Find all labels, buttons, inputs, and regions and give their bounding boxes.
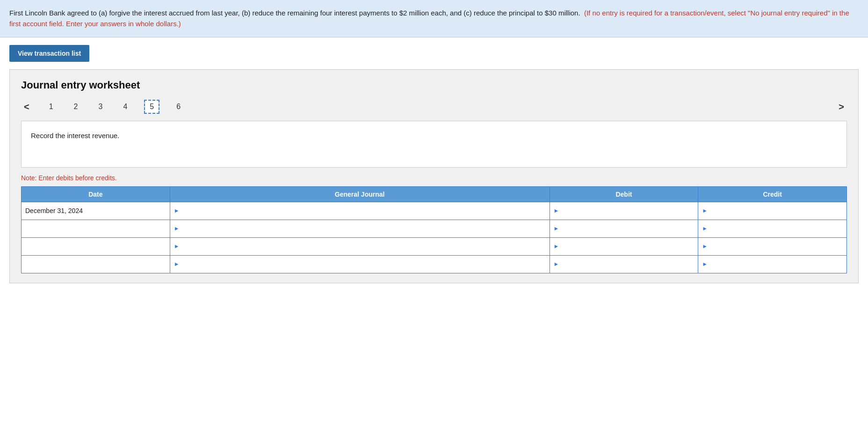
triangle-icon-1: ► bbox=[174, 207, 180, 214]
journal-cell-2[interactable]: ► bbox=[170, 220, 550, 237]
journal-cell-4[interactable]: ► bbox=[170, 255, 550, 273]
col-header-credit: Credit bbox=[698, 186, 847, 202]
tab-2[interactable]: 2 bbox=[70, 101, 82, 113]
date-cell-2 bbox=[22, 220, 170, 237]
debit-cell-4[interactable]: ► bbox=[550, 255, 698, 273]
credit-cell-1[interactable]: ► bbox=[698, 202, 847, 220]
col-header-journal: General Journal bbox=[170, 186, 550, 202]
credit-cell-3[interactable]: ► bbox=[698, 237, 847, 255]
tab-navigation: < 1 2 3 4 5 6 > bbox=[21, 100, 847, 114]
debit-input-2[interactable] bbox=[561, 225, 694, 232]
instruction-main-text: First Lincoln Bank agreed to (a) forgive… bbox=[9, 9, 580, 17]
col-header-date: Date bbox=[22, 186, 170, 202]
journal-entry-worksheet: Journal entry worksheet < 1 2 3 4 5 6 > … bbox=[9, 69, 859, 283]
credit-input-2[interactable] bbox=[709, 225, 843, 232]
triangle-icon-2: ► bbox=[174, 225, 180, 232]
worksheet-title: Journal entry worksheet bbox=[21, 79, 847, 91]
date-cell-3 bbox=[22, 237, 170, 255]
instruction-card-text: Record the interest revenue. bbox=[31, 132, 119, 140]
debit-input-4[interactable] bbox=[561, 260, 694, 268]
tab-4[interactable]: 4 bbox=[119, 101, 131, 113]
triangle-icon-d1: ► bbox=[554, 207, 559, 214]
journal-input-2[interactable] bbox=[181, 225, 546, 232]
instruction-box: First Lincoln Bank agreed to (a) forgive… bbox=[0, 0, 868, 37]
col-header-debit: Debit bbox=[550, 186, 698, 202]
table-row: ► ► ► bbox=[22, 255, 847, 273]
triangle-icon-c4: ► bbox=[702, 261, 708, 267]
journal-cell-1[interactable]: ► bbox=[170, 202, 550, 220]
view-transaction-list-button[interactable]: View transaction list bbox=[9, 45, 89, 62]
tab-3[interactable]: 3 bbox=[95, 101, 107, 113]
table-row: December 31, 2024 ► ► ► bbox=[22, 202, 847, 220]
journal-input-4[interactable] bbox=[181, 260, 546, 268]
journal-cell-3[interactable]: ► bbox=[170, 237, 550, 255]
triangle-icon-3: ► bbox=[174, 243, 180, 250]
tab-1[interactable]: 1 bbox=[45, 101, 57, 113]
prev-tab-arrow[interactable]: < bbox=[21, 100, 32, 114]
debit-cell-3[interactable]: ► bbox=[550, 237, 698, 255]
triangle-icon-c3: ► bbox=[702, 243, 708, 250]
next-tab-arrow[interactable]: > bbox=[836, 100, 847, 114]
triangle-icon-c1: ► bbox=[702, 207, 708, 214]
credit-cell-2[interactable]: ► bbox=[698, 220, 847, 237]
credit-cell-4[interactable]: ► bbox=[698, 255, 847, 273]
date-cell-4 bbox=[22, 255, 170, 273]
triangle-icon-d2: ► bbox=[554, 225, 559, 232]
credit-input-1[interactable] bbox=[709, 207, 843, 214]
triangle-icon-4: ► bbox=[174, 261, 180, 267]
debit-input-1[interactable] bbox=[561, 207, 694, 214]
tab-6[interactable]: 6 bbox=[173, 101, 184, 113]
triangle-icon-d4: ► bbox=[554, 261, 559, 267]
note-text: Note: Enter debits before credits. bbox=[21, 174, 847, 182]
debit-input-3[interactable] bbox=[561, 243, 694, 250]
journal-input-1[interactable] bbox=[181, 207, 546, 214]
credit-input-4[interactable] bbox=[709, 260, 843, 268]
instruction-card: Record the interest revenue. bbox=[21, 121, 847, 168]
table-row: ► ► ► bbox=[22, 220, 847, 237]
table-row: ► ► ► bbox=[22, 237, 847, 255]
credit-input-3[interactable] bbox=[709, 243, 843, 250]
triangle-icon-d3: ► bbox=[554, 243, 559, 250]
debit-cell-1[interactable]: ► bbox=[550, 202, 698, 220]
date-cell-1: December 31, 2024 bbox=[22, 202, 170, 220]
triangle-icon-c2: ► bbox=[702, 225, 708, 232]
debit-cell-2[interactable]: ► bbox=[550, 220, 698, 237]
journal-input-3[interactable] bbox=[181, 243, 546, 250]
journal-table: Date General Journal Debit Credit Decemb… bbox=[21, 186, 847, 273]
tab-5[interactable]: 5 bbox=[144, 100, 159, 114]
